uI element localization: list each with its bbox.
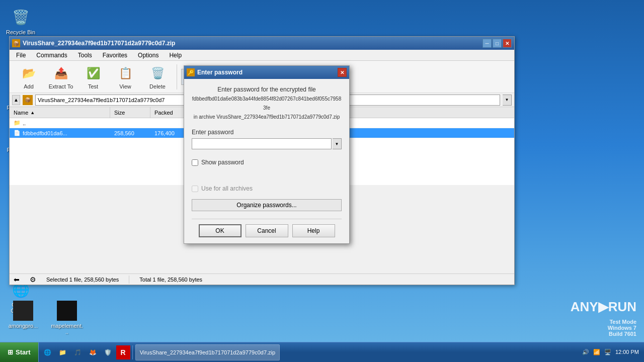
toolbar-divider bbox=[177, 64, 177, 89]
test-label: Test bbox=[88, 83, 98, 89]
mapelement-label: mapelement... bbox=[51, 323, 83, 335]
folder-icon: 📁 bbox=[14, 120, 21, 126]
dialog-message: Enter password for the encrypted file fd… bbox=[192, 85, 342, 121]
dialog-close-button[interactable]: ✕ bbox=[338, 68, 347, 77]
monitor-icon[interactable]: 🖥️ bbox=[604, 349, 611, 355]
amongpro-label: amongpro... bbox=[9, 323, 38, 329]
recycle-bin-label: Recycle Bin bbox=[6, 29, 35, 35]
test-button[interactable]: ✅ Test bbox=[78, 62, 108, 92]
media-taskbar-icon[interactable]: 🎵 bbox=[71, 345, 85, 359]
minimize-button[interactable]: ─ bbox=[482, 39, 492, 48]
password-label: Enter password bbox=[192, 129, 342, 136]
view-label: View bbox=[119, 83, 131, 89]
anyrun-test-mode: Test Mode Windows 7 Build 7601 bbox=[608, 319, 636, 337]
status-icon-right: ⚙ bbox=[30, 276, 36, 284]
password-dialog: 🔑 Enter password ✕ Enter password for th… bbox=[184, 65, 350, 244]
taskbar-winrar-label: VirusShare_227934ea7f9ed1b717071d2a9779c… bbox=[140, 349, 276, 355]
menu-options[interactable]: Options bbox=[134, 51, 163, 60]
restore-button[interactable]: □ bbox=[493, 39, 502, 48]
winrar-title-icon: 📦 bbox=[12, 39, 20, 47]
security-taskbar-icon[interactable]: 🛡️ bbox=[101, 345, 115, 359]
col-header-size[interactable]: Size bbox=[110, 107, 150, 118]
winrar-titlebar: 📦 VirusShare_227934ea7f9ed1b717071d2a977… bbox=[10, 37, 514, 50]
dialog-title-icon: 🔑 bbox=[187, 68, 195, 76]
ok-button[interactable]: OK bbox=[199, 224, 242, 237]
file-icon: 📄 bbox=[14, 130, 21, 136]
recycle-bin-image: 🗑️ bbox=[11, 7, 31, 27]
taskbar: ⊞ Start 🌐 📁 🎵 🦊 🛡️ R VirusShare_227934ea… bbox=[0, 342, 644, 362]
anyrun-watermark: ANY▶RUN Test Mode Windows 7 Build 7601 bbox=[571, 299, 636, 337]
dialog-separator bbox=[192, 219, 342, 219]
delete-label: Delete bbox=[149, 83, 166, 89]
sort-indicator: ▲ bbox=[30, 110, 35, 115]
status-total: Total 1 file, 258,560 bytes bbox=[139, 277, 202, 283]
firefox-taskbar-icon[interactable]: 🦊 bbox=[86, 345, 100, 359]
winrar-menubar: File Commands Tools Favorites Options He… bbox=[10, 50, 514, 61]
use-all-archives-row: Use for all archives bbox=[192, 183, 342, 194]
view-icon: 📋 bbox=[116, 64, 134, 82]
mapelement-icon[interactable]: mapelement... bbox=[49, 299, 85, 337]
taskbar-items: VirusShare_227934ea7f9ed1b717071d2a9779c… bbox=[133, 344, 577, 360]
desktop: 🗑️ Recycle Bin 💬 Skype IMG photoru.jpg 📄… bbox=[0, 0, 644, 362]
add-icon: 📂 bbox=[20, 64, 38, 82]
add-button[interactable]: 📂 Add bbox=[14, 62, 44, 92]
bottom-icons-area: amongpro... mapelement... bbox=[5, 299, 85, 337]
menu-favorites[interactable]: Favorites bbox=[99, 51, 131, 60]
col-header-name[interactable]: Name ▲ bbox=[10, 107, 110, 118]
delete-button[interactable]: 🗑️ Delete bbox=[142, 62, 173, 92]
volume-icon[interactable]: 🔊 bbox=[582, 349, 589, 355]
recycle-bin-icon[interactable]: 🗑️ Recycle Bin bbox=[3, 5, 39, 37]
window-controls: ─ □ ✕ bbox=[482, 39, 512, 48]
cancel-button[interactable]: Cancel bbox=[246, 224, 288, 237]
winrar-title: VirusShare_227934ea7f9ed1b717071d2a9779c… bbox=[23, 40, 482, 47]
close-button[interactable]: ✕ bbox=[503, 39, 512, 48]
extract-button[interactable]: 📤 Extract To bbox=[46, 62, 76, 92]
show-password-row: Show password bbox=[192, 157, 342, 168]
status-icon-left: ⬅ bbox=[14, 276, 20, 284]
delete-icon: 🗑️ bbox=[148, 64, 167, 82]
dialog-title: Enter password bbox=[197, 69, 243, 76]
quick-launch: 🌐 📁 🎵 🦊 🛡️ R bbox=[39, 345, 133, 359]
network-icon[interactable]: 📶 bbox=[593, 349, 600, 355]
start-logo: ⊞ bbox=[8, 348, 13, 356]
extract-icon: 📤 bbox=[52, 64, 70, 82]
menu-tools[interactable]: Tools bbox=[74, 51, 96, 60]
status-selected: Selected 1 file, 258,560 bytes bbox=[46, 277, 119, 283]
mapelement-image bbox=[57, 301, 77, 321]
password-input[interactable] bbox=[192, 138, 332, 149]
amongpro-icon[interactable]: amongpro... bbox=[5, 299, 41, 337]
address-dropdown-btn[interactable]: ▼ bbox=[503, 95, 512, 106]
organize-passwords-button[interactable]: Organize passwords... bbox=[192, 199, 342, 211]
password-input-row: ▼ bbox=[192, 138, 342, 149]
menu-help[interactable]: Help bbox=[165, 51, 186, 60]
ie-taskbar-icon[interactable]: 🌐 bbox=[41, 345, 55, 359]
add-label: Add bbox=[24, 83, 34, 89]
start-button[interactable]: ⊞ Start bbox=[0, 342, 39, 363]
dialog-titlebar: 🔑 Enter password ✕ bbox=[184, 66, 349, 79]
view-button[interactable]: 📋 View bbox=[110, 62, 140, 92]
show-password-label[interactable]: Show password bbox=[201, 159, 244, 166]
extract-label: Extract To bbox=[49, 83, 73, 89]
test-icon: ✅ bbox=[84, 64, 102, 82]
dialog-content: Enter password for the encrypted file fd… bbox=[184, 79, 349, 243]
status-divider bbox=[129, 276, 129, 284]
menu-commands[interactable]: Commands bbox=[32, 51, 71, 60]
back-arrow[interactable]: ▲ bbox=[12, 95, 20, 105]
help-button[interactable]: Help bbox=[292, 224, 335, 237]
winrar-statusbar: ⬅ ⚙ Selected 1 file, 258,560 bytes Total… bbox=[10, 274, 514, 285]
show-password-checkbox[interactable] bbox=[192, 159, 198, 166]
folder-taskbar-icon[interactable]: 📁 bbox=[56, 345, 70, 359]
password-dropdown-button[interactable]: ▼ bbox=[333, 138, 342, 149]
amongpro-image bbox=[13, 301, 33, 321]
clock: 12:00 PM bbox=[615, 348, 639, 356]
dialog-buttons: OK Cancel Help bbox=[192, 224, 342, 237]
winrar-taskbar-icon[interactable]: R bbox=[116, 345, 130, 359]
use-all-archives-label: Use for all archives bbox=[201, 185, 253, 192]
anyrun-logo: ANY▶RUN bbox=[571, 299, 636, 315]
spacer bbox=[192, 173, 342, 183]
winrar-small-icon: 📦 bbox=[23, 95, 33, 105]
taskbar-right: 🔊 📶 🖥️ 12:00 PM bbox=[577, 348, 644, 356]
use-all-archives-checkbox bbox=[192, 186, 198, 192]
taskbar-winrar[interactable]: VirusShare_227934ea7f9ed1b717071d2a9779c… bbox=[135, 344, 280, 360]
menu-file[interactable]: File bbox=[12, 51, 30, 60]
